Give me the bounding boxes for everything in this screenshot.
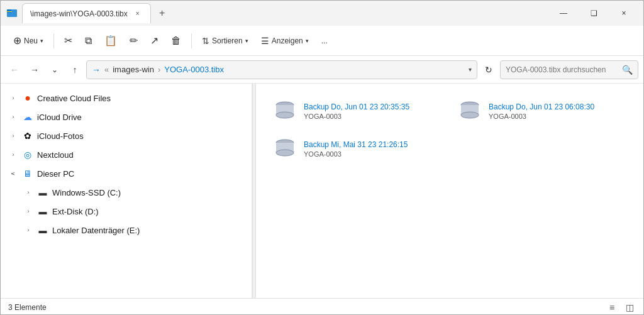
status-count: 3 Elemente (8, 303, 47, 312)
sidebar-item-ext-disk[interactable]: › ▬ Ext-Disk (D:) (3, 202, 249, 221)
new-icon: ⊕ (13, 35, 21, 47)
file-name: Backup Do, Jun 01 23 06:08:30 (489, 102, 594, 111)
toolbar-separator-2 (191, 33, 192, 48)
refresh-button[interactable]: ↻ (480, 61, 497, 79)
rename-button[interactable]: ✏ (125, 31, 143, 51)
file-item-backup1[interactable]: Backup Do, Jun 01 23 20:35:35 YOGA-0003 (266, 94, 448, 129)
sort-chevron: ▾ (245, 38, 248, 44)
svg-rect-1 (7, 9, 11, 13)
toolbar: ⊕ Neu ▾ ✂ ⧉ 📋 ✏ ↗ 🗑 ⇅ Sortieren ▾ ☰ Anze… (1, 26, 643, 56)
chevron-icon: › (23, 208, 33, 214)
details-view-button[interactable]: ≡ (606, 301, 618, 314)
address-part-2: YOGA-0003.tibx (164, 65, 224, 74)
sidebar: › ● Creative Cloud Files › ☁ iCloud Driv… (1, 84, 252, 298)
sort-button[interactable]: ⇅ Sortieren ▾ (197, 31, 253, 51)
icloud-drive-icon: ☁ (22, 111, 33, 123)
more-label: ... (321, 36, 328, 45)
sidebar-item-icloud-fotos[interactable]: › ✿ iCloud-Fotos (3, 126, 249, 145)
icloud-fotos-icon: ✿ (22, 130, 33, 141)
cut-icon: ✂ (64, 35, 72, 47)
minimize-button[interactable]: — (549, 3, 578, 23)
statusbar: 3 Elemente ≡ ◫ (1, 298, 643, 315)
file-item-backup3[interactable]: Backup Mi, Mai 31 23 21:26:15 YOGA-0003 (266, 131, 448, 167)
share-icon: ↗ (150, 35, 158, 47)
chevron-icon: › (8, 152, 18, 158)
sidebar-item-dieser-pc[interactable]: ∨ 🖥 Dieser PC (3, 164, 249, 183)
creative-cloud-icon: ● (22, 92, 33, 104)
main-content: › ● Creative Cloud Files › ☁ iCloud Driv… (1, 84, 643, 298)
database-icon (272, 99, 297, 124)
sidebar-item-creative-cloud[interactable]: › ● Creative Cloud Files (3, 89, 249, 108)
chevron-icon: › (8, 114, 18, 120)
address-bar: ← → ⌄ ↑ → « images-win › YOGA-0003.tibx … (1, 56, 643, 84)
svg-point-7 (276, 112, 294, 118)
file-sub: YOGA-0003 (489, 113, 594, 120)
sort-label: Sortieren (212, 36, 243, 45)
more-button[interactable]: ... (316, 31, 333, 51)
copy-button[interactable]: ⧉ (80, 31, 97, 51)
sidebar-item-icloud-drive[interactable]: › ☁ iCloud Drive (3, 108, 249, 126)
address-box[interactable]: → « images-win › YOGA-0003.tibx ▾ (86, 60, 477, 79)
new-tab-button[interactable]: + (153, 4, 171, 22)
recent-button[interactable]: ⌄ (46, 61, 64, 79)
search-icon: 🔍 (622, 65, 633, 75)
dieser-pc-icon: 🖥 (22, 168, 33, 179)
file-area: Backup Do, Jun 01 23 20:35:35 YOGA-0003 … (256, 84, 643, 298)
sidebar-label-dieser-pc: Dieser PC (37, 169, 74, 179)
window-controls: — ❑ × (549, 3, 638, 23)
address-part-1: images-win (113, 65, 154, 74)
sidebar-label-lokaler: Lokaler Datenträger (E:) (52, 226, 140, 235)
chevron-icon: › (8, 133, 18, 139)
svg-point-12 (461, 112, 479, 118)
back-button[interactable]: ← (6, 61, 23, 79)
sidebar-label-icloud-drive: iCloud Drive (37, 113, 82, 122)
up-button[interactable]: ↑ (66, 61, 84, 79)
sidebar-label-icloud-fotos: iCloud-Fotos (37, 131, 84, 141)
view-icon: ☰ (261, 36, 269, 46)
close-button[interactable]: × (609, 3, 638, 23)
tab-close-button[interactable]: × (133, 9, 143, 19)
file-name: Backup Do, Jun 01 23 20:35:35 (304, 102, 409, 111)
address-separator-2: › (158, 65, 160, 74)
sidebar-label-ext-disk: Ext-Disk (D:) (52, 207, 99, 216)
cut-button[interactable]: ✂ (59, 31, 77, 51)
chevron-icon: › (23, 189, 33, 196)
file-item-backup2[interactable]: Backup Do, Jun 01 23 06:08:30 YOGA-0003 (451, 94, 633, 129)
view-label: Anzeigen (272, 36, 303, 45)
search-input[interactable] (506, 65, 619, 74)
tiles-view-button[interactable]: ◫ (623, 301, 636, 314)
lokaler-icon: ▬ (37, 224, 48, 236)
statusbar-view-controls: ≡ ◫ (606, 301, 636, 314)
new-button[interactable]: ⊕ Neu ▾ (8, 31, 48, 51)
database-icon (272, 136, 297, 162)
sidebar-item-lokaler[interactable]: › ▬ Lokaler Datenträger (E:) (3, 221, 249, 240)
sort-icon: ⇅ (202, 36, 209, 46)
ext-disk-icon: ▬ (37, 206, 48, 217)
address-dropdown-icon: ▾ (469, 66, 472, 73)
view-chevron: ▾ (306, 38, 309, 44)
rename-icon: ✏ (130, 35, 138, 47)
sidebar-item-nextcloud[interactable]: › ◎ Nextcloud (3, 145, 249, 164)
share-button[interactable]: ↗ (145, 31, 164, 51)
svg-rect-2 (6, 11, 12, 12)
sidebar-item-windows-ssd[interactable]: › ▬ Windows-SSD (C:) (3, 183, 249, 202)
chevron-icon: › (8, 95, 18, 101)
paste-button[interactable]: 📋 (99, 31, 122, 51)
view-button[interactable]: ☰ Anzeigen ▾ (256, 31, 314, 51)
svg-point-17 (276, 150, 294, 156)
new-label: Neu (24, 36, 38, 45)
sidebar-label-windows-ssd: Windows-SSD (C:) (52, 188, 121, 197)
new-chevron: ▾ (40, 38, 43, 44)
sidebar-label-nextcloud: Nextcloud (37, 150, 74, 160)
active-tab[interactable]: \images-win\YOGA-0003.tibx × (22, 3, 151, 23)
file-sub: YOGA-0003 (304, 150, 408, 158)
forward-button[interactable]: → (26, 61, 43, 79)
maximize-button[interactable]: ❑ (579, 3, 608, 23)
toolbar-separator-1 (53, 33, 54, 48)
nextcloud-icon: ◎ (22, 149, 33, 160)
database-icon (457, 99, 482, 124)
titlebar: \images-win\YOGA-0003.tibx × + — ❑ × (1, 1, 643, 26)
search-box[interactable]: 🔍 (500, 60, 638, 79)
address-icon: → (92, 65, 101, 75)
delete-button[interactable]: 🗑 (166, 31, 186, 51)
